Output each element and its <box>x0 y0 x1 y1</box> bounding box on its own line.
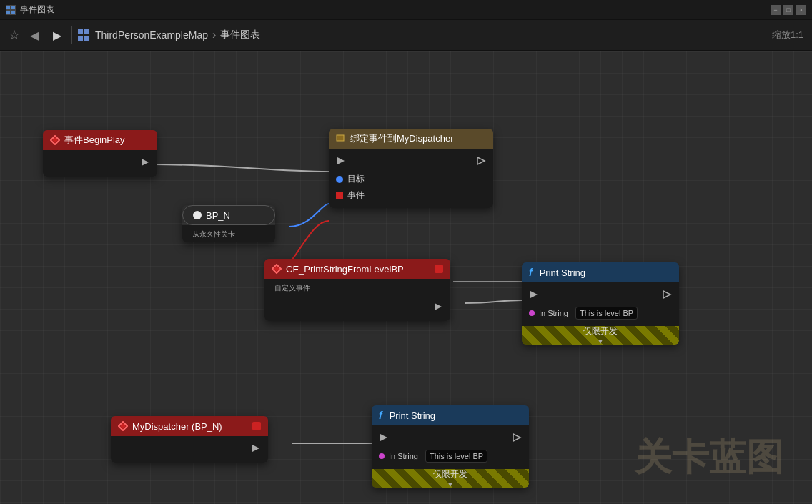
node-ce-print[interactable]: CE_PrintStringFromLevelBP 自定义事件 <box>264 259 450 321</box>
node-event-begin-play[interactable]: 事件BeginPlay <box>43 130 157 177</box>
svg-marker-14 <box>663 291 670 298</box>
svg-marker-9 <box>477 157 485 164</box>
node-bind-event[interactable]: 绑定事件到MyDispatcher 目标 事件 <box>329 129 493 208</box>
breadcrumb-graph[interactable]: 事件图表 <box>220 29 260 41</box>
ps2-instring-label: In String <box>389 452 418 460</box>
node-event-begin-play-header: 事件BeginPlay <box>43 130 157 150</box>
func-icon-2: f <box>379 410 382 421</box>
ps2-dev-only: 仅限开发 <box>372 469 529 488</box>
forward-button[interactable]: ▶ <box>49 27 66 44</box>
node-bind-event-header: 绑定事件到MyDispatcher <box>329 129 493 149</box>
node-print-string-2-title: Print String <box>390 410 435 421</box>
func-icon-1: f <box>529 267 533 278</box>
node-ce-print-subtitle: 自定义事件 <box>274 284 310 292</box>
md-exec-out-row <box>111 440 268 458</box>
node-event-begin-play-title: 事件BeginPlay <box>64 134 125 147</box>
node-print-string-2-body: In String This is level BP <box>372 425 529 469</box>
ps2-instring-row: In String This is level BP <box>372 448 529 465</box>
ps1-dev-only: 仅限开发 <box>522 326 679 345</box>
ce-print-red-pin <box>435 265 443 273</box>
node-bind-event-title: 绑定事件到MyDispatcher <box>350 132 453 145</box>
bind-event-label: 事件 <box>347 189 365 202</box>
breadcrumb: ThirdPersonExampleMap › 事件图表 <box>95 29 260 41</box>
svg-rect-2 <box>6 11 10 14</box>
blueprint-canvas[interactable]: 事件BeginPlay 绑定事件到MyDispatcher <box>0 51 812 504</box>
my-dispatcher-pin <box>252 422 261 430</box>
node-print-string-2[interactable]: f Print String In String This is level B… <box>372 405 529 488</box>
ps2-exec-out-pin <box>512 433 522 445</box>
title-bar: 事件图表 − □ × <box>0 0 812 20</box>
node-event-begin-play-body <box>43 150 157 177</box>
bind-event-row: 事件 <box>329 187 493 204</box>
svg-marker-18 <box>380 434 387 441</box>
breadcrumb-map[interactable]: ThirdPersonExampleMap <box>95 29 208 41</box>
target-pin <box>336 176 343 183</box>
svg-rect-3 <box>11 11 15 14</box>
ce-exec-out-row <box>264 299 450 317</box>
bind-target-row: 目标 <box>329 171 493 187</box>
ps1-instring-row: In String This is level BP <box>522 305 679 322</box>
node-my-dispatcher-body <box>111 436 268 463</box>
svg-marker-6 <box>142 159 149 166</box>
node-bp-n-subtitle-area: 从永久性关卡 <box>182 225 275 242</box>
node-print-string-2-header: f Print String <box>372 405 529 425</box>
ps2-exec-in-pin <box>379 433 389 445</box>
node-ce-print-body <box>264 295 450 321</box>
svg-rect-0 <box>6 6 10 9</box>
title-bar-text: 事件图表 <box>20 4 54 16</box>
node-bp-n-subtitle: 从永久性关卡 <box>192 230 235 238</box>
event-pin <box>336 192 343 199</box>
ps2-instring-value[interactable]: This is level BP <box>425 450 487 463</box>
node-print-string-1-header: f Print String <box>522 262 679 282</box>
exec-out-pin-bind <box>476 156 486 168</box>
node-ce-print-title: CE_PrintStringFromLevelBP <box>286 264 404 275</box>
ps1-dev-only-text: 仅限开发 <box>583 325 618 337</box>
bp-n-pin <box>193 211 202 219</box>
svg-marker-19 <box>513 434 520 441</box>
watermark-text: 关卡蓝图 <box>635 433 783 483</box>
svg-rect-1 <box>11 6 15 9</box>
ps2-dev-only-text: 仅限开发 <box>433 468 467 480</box>
ps1-exec-out-pin <box>662 290 672 302</box>
md-exec-out-pin <box>251 443 261 455</box>
node-bind-event-body: 目标 事件 <box>329 149 493 208</box>
back-button[interactable]: ◀ <box>26 27 43 44</box>
bind-exec-row <box>329 153 493 171</box>
node-print-string-1[interactable]: f Print String In String This is level B… <box>522 262 679 345</box>
ps2-instring-pin <box>379 453 385 459</box>
node-my-dispatcher-header: MyDispatcher (BP_N) <box>111 416 268 436</box>
favorite-icon[interactable]: ☆ <box>9 27 20 43</box>
ce-exec-out-pin <box>433 302 443 314</box>
ps2-exec-row <box>372 430 529 448</box>
breadcrumb-separator: › <box>212 29 216 41</box>
ps1-instring-pin <box>529 310 535 316</box>
node-bp-n[interactable]: BP_N 从永久性关卡 <box>182 205 275 242</box>
ps1-exec-in-pin <box>529 290 539 302</box>
zoom-level: 缩放1:1 <box>772 29 803 41</box>
node-my-dispatcher[interactable]: MyDispatcher (BP_N) <box>111 416 268 463</box>
close-button[interactable]: × <box>796 5 806 15</box>
exec-out-pin <box>140 157 150 169</box>
node-ce-print-header: CE_PrintStringFromLevelBP <box>264 259 450 279</box>
bind-target-label: 目标 <box>347 173 365 185</box>
svg-marker-8 <box>337 157 345 164</box>
nav-bar: ☆ ◀ ▶ ThirdPersonExampleMap › 事件图表 缩放1:1 <box>0 20 812 51</box>
nav-divider <box>71 26 72 44</box>
svg-marker-12 <box>435 303 442 310</box>
title-bar-icon <box>6 5 16 15</box>
ps1-exec-row <box>522 287 679 305</box>
node-print-string-1-body: In String This is level BP <box>522 282 679 326</box>
exec-out-row <box>43 154 157 172</box>
ce-print-subtitle-area: 自定义事件 <box>264 279 450 295</box>
exec-in-pin <box>336 156 346 168</box>
min-button[interactable]: − <box>771 5 781 15</box>
node-my-dispatcher-title: MyDispatcher (BP_N) <box>132 421 222 432</box>
node-print-string-1-title: Print String <box>540 267 585 278</box>
node-bp-n-title: BP_N <box>206 210 230 221</box>
node-bp-n-header: BP_N <box>182 205 275 225</box>
svg-marker-17 <box>252 445 259 452</box>
svg-marker-13 <box>530 291 538 298</box>
ps1-instring-value[interactable]: This is level BP <box>575 307 638 320</box>
max-button[interactable]: □ <box>783 5 793 15</box>
ps1-instring-label: In String <box>539 309 568 317</box>
